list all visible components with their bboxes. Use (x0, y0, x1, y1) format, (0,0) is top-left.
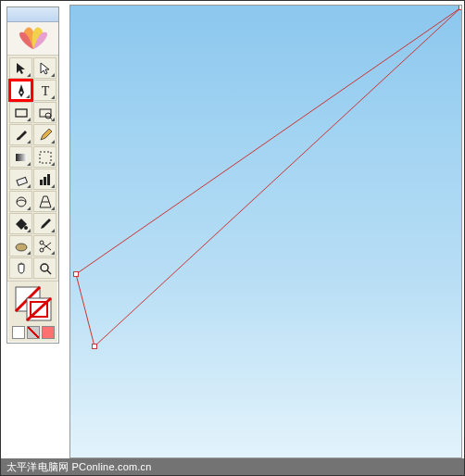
zoom-tool[interactable] (33, 102, 57, 123)
toolbox-panel: T (6, 6, 59, 344)
tool-grid: T (7, 56, 58, 281)
warp-tool[interactable] (9, 191, 32, 212)
eyedropper-tool[interactable] (33, 213, 57, 234)
pen-tool[interactable] (9, 80, 32, 101)
watermark-bar: 太平洋电脑网 PConline.com.cn (1, 458, 464, 475)
rectangle-tool[interactable] (9, 102, 32, 123)
svg-rect-0 (459, 6, 462, 10)
pencil-tool[interactable] (33, 124, 57, 145)
svg-line-22 (43, 243, 51, 249)
canvas-area[interactable] (69, 5, 462, 458)
hand-tool-icon (14, 261, 29, 276)
svg-rect-11 (16, 177, 26, 185)
sponge-tool[interactable] (9, 235, 32, 257)
svg-line-21 (43, 244, 51, 250)
svg-rect-5 (16, 109, 27, 117)
gradient-tool[interactable] (9, 146, 32, 168)
scissors-tool[interactable] (33, 235, 57, 257)
svg-point-3 (19, 91, 22, 94)
brush-tool[interactable] (9, 124, 32, 145)
svg-rect-2 (93, 344, 97, 349)
svg-point-23 (41, 264, 48, 271)
svg-text:T: T (41, 84, 49, 98)
svg-rect-9 (16, 154, 27, 161)
pointer-tool[interactable] (9, 57, 32, 79)
svg-rect-1 (74, 272, 79, 277)
fill-stroke-swatch[interactable] (7, 281, 58, 324)
svg-point-15 (17, 197, 26, 207)
node-edit-tool[interactable] (33, 57, 57, 79)
vector-path (70, 6, 461, 457)
magnify-tool[interactable] (33, 257, 57, 279)
perspective-grid-tool[interactable] (33, 191, 57, 212)
app-logo (7, 22, 58, 56)
text-tool[interactable]: T (33, 80, 57, 101)
swatch-red[interactable] (42, 326, 55, 339)
svg-line-24 (47, 270, 51, 274)
magnify-tool-icon (38, 261, 53, 276)
swatch-gray[interactable] (27, 326, 40, 339)
watermark-text: 太平洋电脑网 PConline.com.cn (6, 461, 152, 472)
svg-rect-14 (47, 174, 50, 185)
chart-tool[interactable] (33, 169, 57, 190)
fill-tool[interactable] (9, 213, 32, 234)
lasso-tool[interactable] (33, 146, 57, 168)
svg-rect-10 (40, 152, 51, 163)
swatch-row (7, 324, 58, 343)
swatch-white[interactable] (12, 326, 25, 339)
eraser-tool[interactable] (9, 169, 32, 190)
svg-point-18 (16, 244, 27, 251)
toolbox-titlebar[interactable] (7, 7, 58, 22)
hand-tool[interactable] (9, 257, 32, 279)
svg-rect-12 (40, 180, 43, 185)
svg-rect-13 (44, 177, 46, 185)
